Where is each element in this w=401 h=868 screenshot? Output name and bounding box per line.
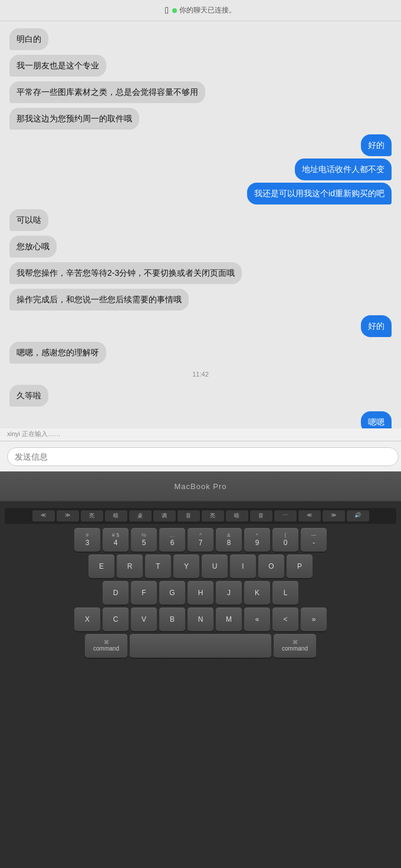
key-3[interactable]: #3 [74,528,100,552]
keyboard-row-space: ⌘ command ⌘ command [5,634,396,658]
key-g[interactable]: G [159,581,185,605]
message-input[interactable] [7,447,399,466]
connection-text: 你的聊天已连接。 [179,5,236,15]
key-i[interactable]: I [230,555,256,578]
key-command[interactable]: ⌘ command [85,634,127,658]
key-v[interactable]: V [131,608,157,631]
message-bubble: 明白的 [9,28,48,50]
keyboard-row-top: E R T Y U I O P [5,555,396,578]
touchbar-key[interactable]: ≫ [323,510,345,522]
macbook-model-label: MacBook Pro [174,482,226,491]
touchbar-key[interactable]: 亮 [81,510,103,522]
key-c[interactable]: C [103,608,129,631]
touchbar-key[interactable]: ≪ [298,510,321,522]
key-x[interactable]: X [74,608,100,631]
key-t[interactable]: T [145,555,171,578]
message-bubble: 嗯嗯 [361,411,392,428]
message-bubble: 嗯嗯，感谢您的理解呀 [9,342,106,364]
key-j[interactable]: J [216,581,242,605]
key-8[interactable]: &8 [216,528,242,552]
key-4[interactable]: ¥ $4 [103,528,129,552]
apple-logo-icon:  [165,5,169,16]
key-5[interactable]: %5 [131,528,157,552]
macbook-top-bar: MacBook Pro [0,471,401,502]
messages-screen:  你的聊天已连接。 明白的 我一朋友也是这个专业 平常存一些图库素材之类，总是… [0,0,401,471]
touchbar-key[interactable]: 🔊 [347,510,369,522]
message-bubble: 平常存一些图库素材之类，总是会觉得容量不够用 [9,81,205,103]
key-b[interactable]: B [159,608,185,631]
key-r[interactable]: R [117,555,143,578]
key-o[interactable]: O [258,555,284,578]
messages-container: 明白的 我一朋友也是这个专业 平常存一些图库素材之类，总是会觉得容量不够用 那我… [0,21,401,428]
key-y[interactable]: Y [173,555,199,578]
touchbar-key[interactable]: 桌 [129,510,152,522]
message-bubble: 可以哒 [9,209,48,231]
key-0[interactable]: (0 [272,528,298,552]
key-d[interactable]: D [103,581,129,605]
message-bubble: 您放心哦 [9,236,57,258]
key-n[interactable]: N [188,608,213,631]
message-bubble: 那我这边为您预约周一的取件哦 [9,108,139,130]
key-l[interactable]: L [272,581,298,605]
key-m[interactable]: M [216,608,242,631]
keyboard-row-numbers: #3 ¥ $4 %5 …6 ^7 &8 *9 [5,528,396,552]
message-bubble: 我还是可以用我这个id重新购买的吧 [247,183,392,204]
touchbar-key[interactable]: ≪ [32,510,55,522]
connection-status: 你的聊天已连接。 [172,5,236,15]
right-message-group: 好的 [9,315,392,337]
touchbar-key[interactable]: ⋯ [274,510,297,522]
key-7[interactable]: ^7 [188,528,213,552]
status-bar:  你的聊天已连接。 [0,0,401,21]
message-input-wrapper: ↑ [7,447,394,466]
key-6[interactable]: …6 [159,528,185,552]
touchbar-key[interactable]: 亮 [202,510,224,522]
key-period[interactable]: < [272,608,298,631]
typing-indicator: xinyi 正在输入…… [0,428,401,441]
right-message-group: 嗯嗯 [9,411,392,428]
macbook-section: MacBook Pro ≪ ≫ 亮 暗 桌 调 音 亮 暗 音 ⋯ ≪ ≫ 🔊 [0,471,401,868]
key-minus[interactable]: —- [301,528,327,552]
keyboard-area: ≪ ≫ 亮 暗 桌 调 音 亮 暗 音 ⋯ ≪ ≫ 🔊 #3 [0,502,401,868]
input-bar: ↑ [0,441,401,471]
touchbar-key[interactable]: 调 [153,510,176,522]
key-comma[interactable]: « [244,608,270,631]
key-f[interactable]: F [131,581,157,605]
message-bubble: 操作完成后，和您说一些您后续需要的事情哦 [9,289,189,311]
key-9[interactable]: *9 [244,528,270,552]
message-bubble: 好的 [361,134,392,156]
touchbar-key[interactable]: 暗 [226,510,248,522]
online-dot-icon [172,8,177,13]
keyboard-row-bottom: X C V B N M « < » [5,608,396,631]
key-k[interactable]: K [244,581,270,605]
message-bubble: 地址电话收件人都不变 [295,159,392,180]
key-p[interactable]: P [287,555,313,578]
touchbar-key[interactable]: 音 [250,510,272,522]
right-message-group: 好的 地址电话收件人都不变 我还是可以用我这个id重新购买的吧 [9,134,392,204]
key-slash[interactable]: » [301,608,327,631]
message-bubble: 我帮您操作，辛苦您等待2-3分钟，不要切换或者关闭页面哦 [9,262,242,284]
key-command-right[interactable]: ⌘ command [274,634,316,658]
touchbar-key[interactable]: ≫ [57,510,79,522]
key-h[interactable]: H [188,581,213,605]
message-bubble: 我一朋友也是这个专业 [9,55,106,77]
touchbar-key[interactable]: 暗 [105,510,127,522]
touchbar-key[interactable]: 音 [178,510,200,522]
screen-wrapper:  你的聊天已连接。 明白的 我一朋友也是这个专业 平常存一些图库素材之类，总是… [0,0,401,868]
key-space[interactable] [130,634,271,658]
key-e[interactable]: E [88,555,114,578]
message-bubble: 好的 [361,315,392,337]
key-u[interactable]: U [202,555,228,578]
message-bubble: 久等啦 [9,385,48,407]
keyboard-row-home: D F G H J K L [5,581,396,605]
message-timestamp: 11:42 [9,371,392,378]
touchbar-row: ≪ ≫ 亮 暗 桌 调 音 亮 暗 音 ⋯ ≪ ≫ 🔊 [5,508,396,524]
